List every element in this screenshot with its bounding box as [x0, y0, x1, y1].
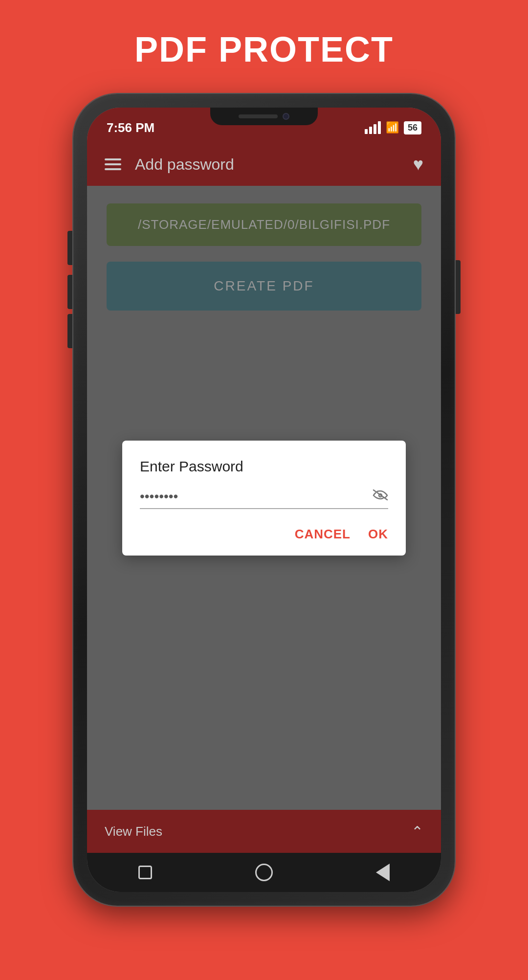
signal-bar-4 [378, 121, 381, 134]
dialog-actions: CANCEL OK [140, 527, 388, 542]
dialog-cancel-button[interactable]: CANCEL [295, 527, 351, 542]
status-bar: 7:56 PM 📶 56 [87, 108, 441, 143]
eye-hidden-icon[interactable] [373, 489, 388, 504]
phone-frame: 7:56 PM 📶 56 Add password ♥ [73, 94, 455, 906]
hamburger-menu-icon[interactable] [105, 158, 121, 170]
toolbar-title: Add password [135, 156, 399, 174]
dialog-title: Enter Password [140, 458, 388, 475]
status-time: 7:56 PM [107, 120, 154, 135]
heart-icon[interactable]: ♥ [413, 154, 423, 175]
signal-bar-1 [365, 129, 368, 134]
dialog-overlay: Enter Password [87, 186, 441, 810]
password-input[interactable] [140, 489, 373, 504]
chevron-up-icon[interactable]: ⌃ [411, 823, 423, 840]
android-nav-bar [87, 853, 441, 892]
dialog-input-row [140, 489, 388, 509]
app-content: /STORAGE/EMULATED/0/BILGIFISI.PDF CREATE… [87, 186, 441, 810]
signal-bars [365, 121, 381, 134]
battery-level: 56 [404, 121, 421, 134]
android-home-button[interactable] [255, 864, 273, 881]
status-icons: 📶 56 [365, 121, 421, 134]
signal-bar-3 [374, 124, 376, 134]
speaker [239, 114, 278, 118]
password-dialog: Enter Password [122, 441, 406, 556]
android-back-button[interactable] [376, 864, 390, 881]
android-square-button[interactable] [138, 866, 152, 879]
bottom-nav-bar: View Files ⌃ [87, 810, 441, 853]
phone-screen: 7:56 PM 📶 56 Add password ♥ [87, 108, 441, 892]
dialog-ok-button[interactable]: OK [368, 527, 388, 542]
app-toolbar: Add password ♥ [87, 143, 441, 186]
view-files-label: View Files [105, 824, 162, 839]
page-title: PDF PROTECT [134, 29, 394, 69]
wifi-icon: 📶 [386, 121, 399, 134]
notch [210, 108, 318, 125]
camera [283, 113, 289, 120]
signal-bar-2 [369, 127, 372, 134]
